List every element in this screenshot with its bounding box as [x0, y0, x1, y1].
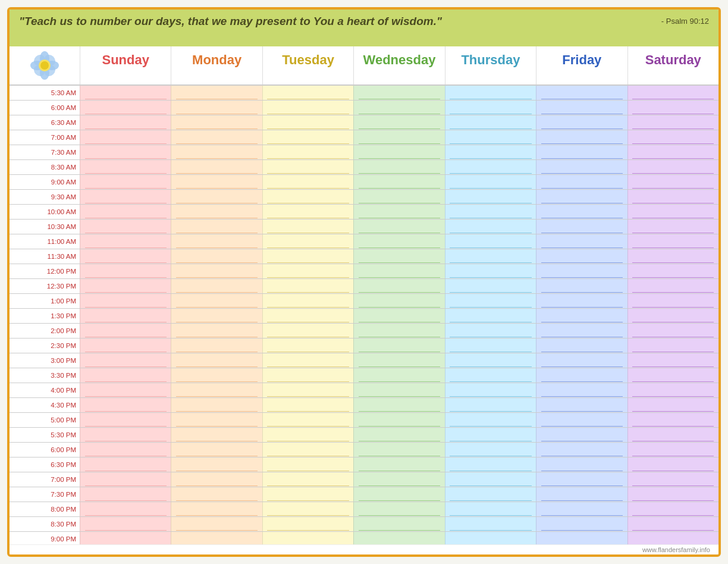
day-cell-sunday — [80, 532, 171, 544]
cell-line — [176, 158, 258, 159]
day-cell-saturday — [627, 130, 718, 145]
day-cell-monday — [171, 472, 262, 487]
cell-line — [632, 441, 714, 441]
day-cell-wednesday — [353, 413, 444, 427]
cell-line — [85, 99, 167, 99]
cell-line — [176, 247, 258, 248]
day-cell-sunday — [80, 279, 171, 293]
day-cell-monday — [171, 517, 262, 531]
day-cell-thursday — [445, 413, 536, 427]
cell-line — [85, 277, 167, 278]
day-cell-saturday — [627, 398, 718, 412]
cell-line — [632, 173, 714, 174]
time-row: 7:00 AM — [10, 130, 718, 145]
col-header-sunday: Sunday — [80, 46, 171, 84]
day-cell-monday — [171, 353, 262, 368]
cell-line — [176, 292, 258, 293]
day-cell-tuesday — [262, 175, 353, 189]
day-cell-wednesday — [353, 324, 444, 338]
time-row: 9:00 PM — [10, 532, 718, 544]
time-label: 10:00 AM — [10, 205, 80, 219]
time-label: 10:30 AM — [10, 220, 80, 234]
cell-line — [359, 129, 440, 129]
cell-line — [359, 366, 440, 367]
cell-line — [541, 337, 623, 337]
day-cell-thursday — [445, 294, 536, 308]
day-cell-sunday — [80, 101, 171, 115]
day-cell-thursday — [445, 428, 536, 442]
day-cell-friday — [536, 101, 627, 115]
cell-line — [541, 262, 623, 263]
time-row: 8:00 PM — [10, 502, 718, 517]
day-cell-friday — [536, 487, 627, 502]
cell-line — [359, 515, 440, 516]
time-row: 12:00 PM — [10, 264, 718, 279]
day-cell-monday — [171, 398, 262, 412]
day-cell-saturday — [627, 458, 718, 472]
col-header-saturday: Saturday — [627, 46, 718, 84]
day-cell-sunday — [80, 413, 171, 427]
cell-line — [359, 233, 440, 233]
cell-line — [359, 143, 440, 144]
cell-line — [267, 173, 349, 174]
time-row: 11:00 AM — [10, 234, 718, 249]
day-cell-monday — [171, 160, 262, 174]
cell-line — [359, 203, 440, 203]
cell-line — [541, 203, 623, 203]
cell-line — [450, 352, 531, 352]
cell-line — [541, 233, 623, 233]
time-row: 7:00 PM — [10, 472, 718, 487]
cell-line — [176, 188, 258, 189]
cell-line — [632, 485, 714, 486]
time-rows-container[interactable]: 5:30 AM6:00 AM6:30 AM7:00 AM7:30 AM8:30 … — [10, 86, 718, 544]
day-cell-saturday — [627, 324, 718, 338]
day-cell-saturday — [627, 264, 718, 278]
header: "Teach us to number our days, that we ma… — [10, 10, 718, 46]
day-cell-sunday — [80, 160, 171, 174]
day-cell-wednesday — [353, 264, 444, 278]
cell-line — [450, 411, 531, 412]
day-cell-sunday — [80, 324, 171, 338]
cell-line — [359, 396, 440, 397]
day-cell-friday — [536, 115, 627, 130]
cell-line — [176, 114, 258, 114]
cell-line — [85, 352, 167, 352]
day-cell-monday — [171, 368, 262, 383]
time-row: 4:00 PM — [10, 383, 718, 398]
day-cell-wednesday — [353, 205, 444, 219]
cell-line — [541, 307, 623, 308]
time-row: 1:00 PM — [10, 294, 718, 309]
cell-line — [632, 515, 714, 516]
day-cell-friday — [536, 220, 627, 234]
day-cell-sunday — [80, 458, 171, 472]
day-cell-friday — [536, 234, 627, 249]
day-cell-friday — [536, 324, 627, 338]
day-cell-wednesday — [353, 190, 444, 204]
day-cell-monday — [171, 458, 262, 472]
day-cell-monday — [171, 383, 262, 397]
time-label: 9:30 AM — [10, 190, 80, 204]
cell-line — [85, 530, 167, 531]
day-cell-tuesday — [262, 458, 353, 472]
day-cell-monday — [171, 190, 262, 204]
day-cell-saturday — [627, 428, 718, 442]
day-cell-saturday — [627, 279, 718, 293]
day-cell-tuesday — [262, 160, 353, 174]
cell-line — [85, 441, 167, 441]
cell-line — [176, 129, 258, 129]
cell-line — [176, 366, 258, 367]
cell-line — [359, 277, 440, 278]
cell-line — [632, 366, 714, 367]
day-cell-friday — [536, 205, 627, 219]
day-cell-monday — [171, 234, 262, 249]
day-cell-tuesday — [262, 145, 353, 159]
day-cell-friday — [536, 279, 627, 293]
cell-line — [85, 203, 167, 203]
cell-line — [359, 247, 440, 248]
cell-line — [632, 218, 714, 218]
time-label: 12:00 PM — [10, 264, 80, 278]
day-cell-friday — [536, 517, 627, 531]
cell-line — [176, 500, 258, 501]
day-cell-sunday — [80, 294, 171, 308]
day-cell-saturday — [627, 443, 718, 457]
